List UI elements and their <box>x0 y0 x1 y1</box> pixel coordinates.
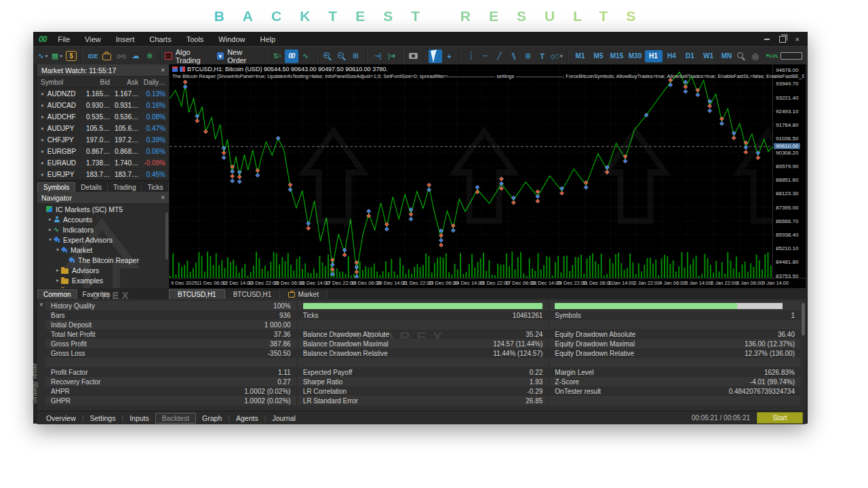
tree-expand-icon[interactable]: ▾ <box>54 247 61 253</box>
timeframe-m30[interactable]: M30 <box>627 50 644 62</box>
menu-item-help[interactable]: Help <box>252 35 283 43</box>
minimize-button[interactable] <box>764 39 770 40</box>
market-watch-close-icon[interactable]: × <box>161 66 165 74</box>
tree-expand-icon[interactable]: ▾ <box>47 237 54 243</box>
market-watch-tab-ticks[interactable]: Ticks <box>142 183 169 192</box>
channel-tool[interactable]: ∥ <box>507 49 521 63</box>
shapes-tool[interactable]: ◇□▾ <box>550 49 564 63</box>
market-watch-tab-trading[interactable]: Trading <box>108 183 142 192</box>
help-community-icon[interactable]: ◎ <box>752 52 759 61</box>
market-watch-row-audcad[interactable]: ●AUDCAD0.930…0.931…0.16% <box>37 100 169 111</box>
tree-expand-icon[interactable]: ▸ <box>47 226 54 232</box>
tester-close-icon[interactable]: × <box>39 301 43 308</box>
market-watch-row-audnzd[interactable]: ●AUDNZD1.165…1.167…0.13% <box>37 88 169 100</box>
equidistant-channel-tool[interactable]: ≣ <box>521 49 535 63</box>
menu-item-insert[interactable]: Insert <box>108 35 142 43</box>
market-bag-icon[interactable] <box>100 49 114 63</box>
market-watch-row-euraud[interactable]: ●EURAUD1.738…1.740…-0.09% <box>37 157 169 169</box>
text-tool[interactable]: T <box>536 49 549 63</box>
cursor-button[interactable] <box>429 49 442 63</box>
timeframe-mn[interactable]: MN <box>718 50 736 62</box>
menu-item-file[interactable]: File <box>50 35 77 43</box>
history-quality-bar <box>303 303 543 309</box>
chart-tab-btcusd-h1-1[interactable]: BTCUSD,H1 <box>225 290 281 299</box>
navigator-item-ic-markets-sc-mt5[interactable]: IC Markets (SC) MT5 <box>37 204 169 214</box>
chart-mode-icon[interactable]: ∿▾ <box>36 49 50 63</box>
navigator-item-examples[interactable]: ▸Examples <box>37 275 169 285</box>
tester-tab-backtest[interactable]: Backtest <box>155 413 196 424</box>
tester-scrollbar[interactable] <box>802 303 805 336</box>
tester-tab-graph[interactable]: Graph <box>196 413 228 423</box>
close-button[interactable]: × <box>795 36 800 43</box>
market-watch-row-chfjpy[interactable]: ●CHFJPY197.0…197.2…0.39% <box>37 134 169 146</box>
zoom-out-button[interactable]: − <box>335 49 349 63</box>
trendline-tool[interactable]: ╱ <box>493 49 507 63</box>
stat-value: 100% <box>273 302 291 310</box>
chart-plot[interactable] <box>170 64 773 279</box>
algo-trading-button[interactable]: Algo Trading <box>165 49 216 63</box>
timeframe-m15[interactable]: M15 <box>608 50 626 62</box>
start-button[interactable]: Start <box>757 412 803 424</box>
tree-expand-icon[interactable]: ▸ <box>54 277 61 283</box>
crosshair-button[interactable]: + <box>443 49 456 63</box>
menu-item-tools[interactable]: Tools <box>179 35 212 43</box>
market-watch-tab-symbols[interactable]: Symbols <box>37 182 75 192</box>
tester-row <box>549 301 800 310</box>
chart-tab-btcusd-h1-0[interactable]: BTCUSD,H1 <box>169 289 225 299</box>
navigator-scrollbar[interactable] <box>165 212 168 260</box>
metaeditor-ide-icon[interactable]: IDE <box>86 49 100 63</box>
timeframe-d1[interactable]: D1 <box>682 50 699 62</box>
timeframe-m1[interactable]: M1 <box>572 50 589 62</box>
tick-chart-icon[interactable]: ⇅¹ <box>271 49 284 63</box>
market-watch-row-eurjpy[interactable]: ●EURJPY183.7…183.7…0.45% <box>37 169 169 180</box>
menu-item-charts[interactable]: Charts <box>142 35 178 43</box>
market-watch-row-audjpy[interactable]: ●AUDJPY105.5…105.6…0.47% <box>37 123 169 134</box>
menu-item-window[interactable]: Window <box>211 35 252 43</box>
tree-expand-icon[interactable]: ▸ <box>47 216 54 222</box>
navigator-item-expert-advisors[interactable]: ▾Expert Advisors <box>37 235 169 245</box>
quotes-window-icon[interactable]: $ <box>64 49 78 63</box>
new-order-button[interactable]: ▾New Order <box>217 49 262 63</box>
navigator-item-accounts[interactable]: ▸Accounts <box>37 214 169 224</box>
navigator-item-the-bitcoin-reaper[interactable]: The Bitcoin Reaper <box>37 255 169 265</box>
tester-row: Gross Profit387.86 <box>45 339 296 348</box>
chart-profile-icon[interactable]: ▦▾ <box>50 49 64 63</box>
vps-icon[interactable]: ⊕ <box>143 49 157 63</box>
navigator-tab-common[interactable]: Common <box>37 289 77 299</box>
vertical-line-tool[interactable]: ┊ <box>465 49 478 63</box>
navigator-item-advisors[interactable]: ▸Advisors <box>37 265 169 275</box>
auto-scroll-icon[interactable]: |➜ <box>385 49 399 63</box>
tester-tab-agents[interactable]: Agents <box>230 413 264 423</box>
restore-button[interactable] <box>779 36 786 43</box>
navigator-close-icon[interactable]: × <box>161 194 165 201</box>
tree-expand-icon[interactable]: ▸ <box>54 267 61 273</box>
cloud-icon[interactable]: ☁ <box>129 49 142 63</box>
shift-end-icon[interactable]: ➝| <box>371 49 384 63</box>
stat-value: -0.29 <box>528 388 543 395</box>
tester-tab-settings[interactable]: Settings <box>84 413 122 423</box>
tester-tab-inputs[interactable]: Inputs <box>123 413 155 423</box>
tester-row <box>298 320 549 329</box>
timeframe-h1[interactable]: H1 <box>645 50 663 62</box>
mt5-quotes-icon[interactable]: 00 <box>285 49 298 63</box>
stat-value: 36.40 <box>778 331 795 338</box>
market-watch-row-eurgbp[interactable]: ●EURGBP0.867…0.868…0.06% <box>37 146 169 157</box>
zoom-in-button[interactable]: + <box>321 49 334 63</box>
chart-tab-market-2[interactable]: Market <box>280 290 328 299</box>
timeframe-m5[interactable]: M5 <box>590 50 608 62</box>
navigator-item-indicators[interactable]: ▸∿Indicators <box>37 224 169 235</box>
search-icon[interactable] <box>736 52 745 60</box>
navigator-item-market[interactable]: ▾Market <box>37 245 169 255</box>
signals-icon[interactable]: ((•)) <box>115 49 128 63</box>
menu-item-view[interactable]: View <box>77 35 108 43</box>
depth-of-market-icon[interactable]: ∿ <box>299 49 313 63</box>
timeframe-w1[interactable]: W1 <box>700 50 717 62</box>
horizontal-line-tool[interactable]: ┄ <box>479 49 492 63</box>
market-watch-row-audchf[interactable]: ●AUDCHF0.535…0.536…0.08% <box>37 111 169 123</box>
tester-tab-overview[interactable]: Overview <box>40 413 82 423</box>
tile-windows-icon[interactable]: ⊞ <box>349 49 363 63</box>
screenshot-icon[interactable] <box>407 49 420 63</box>
market-watch-tab-details[interactable]: Details <box>75 183 108 192</box>
timeframe-h4[interactable]: H4 <box>663 50 681 62</box>
tester-tab-journal[interactable]: Journal <box>266 413 301 423</box>
